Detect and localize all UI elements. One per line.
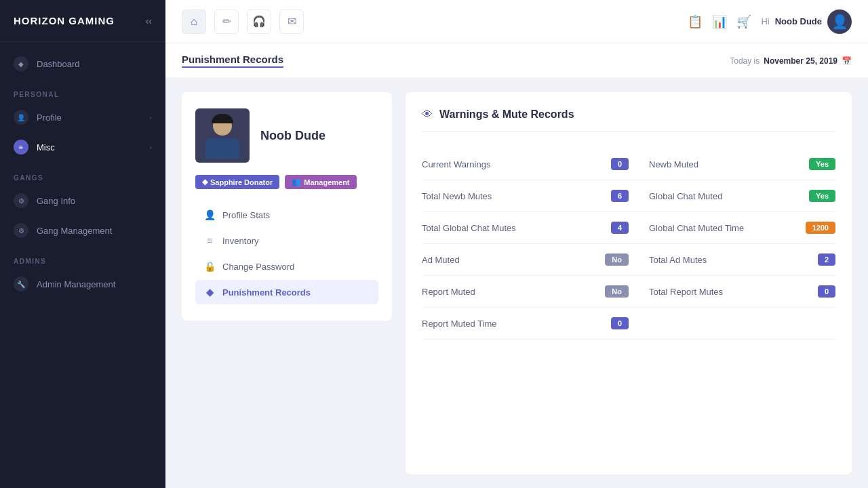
sidebar-logo-text: HORIZON GAMING [14,15,115,26]
menu-item-punishment-records[interactable]: ◆ Punishment Records [195,280,378,304]
record-badge-right-0: Yes [809,158,835,170]
sidebar-item-gang-management-label: Gang Management [37,226,112,236]
inventory-icon: ≡ [203,235,216,246]
record-badge-left-5: 0 [611,317,629,329]
record-cell-right-5 [629,308,835,340]
record-badge-left-1: 6 [611,190,629,202]
calendar-icon: 📅 [842,56,852,66]
sidebar: HORIZON GAMING ‹‹ ◆ Dashboard PERSONAL 👤… [0,0,165,488]
record-label-right-4: Total Report Mutes [649,287,723,297]
sidebar-item-dashboard-label: Dashboard [37,59,80,69]
sapphire-donator-badge[interactable]: ◆ Sapphire Donator [195,175,279,189]
home-nav-button[interactable]: ⌂ [182,9,206,34]
record-label-left-0: Current Warnings [422,159,490,169]
sidebar-item-gang-info-label: Gang Info [37,196,75,206]
record-label-left-4: Report Muted [422,287,475,297]
record-label-left-1: Total Newb Mutes [422,191,492,201]
menu-item-inventory[interactable]: ≡ Inventory [195,228,378,253]
management-icon: 👥 [292,178,301,186]
profile-badges: ◆ Sapphire Donator 👥 Management [195,175,378,189]
admin-mgmt-icon: 🔧 [14,277,28,291]
topnav-icons: ⌂ ✏ 🎧 ✉ [182,9,688,34]
sidebar-item-admin-management[interactable]: 🔧 Admin Management [0,269,165,299]
content-area: Noob Dude ◆ Sapphire Donator 👥 Managemen… [165,79,868,488]
collapse-icon[interactable]: ‹‹ [146,16,152,26]
record-label-right-3: Total Ad Mutes [649,255,707,265]
profile-card-top: Noob Dude [195,108,378,163]
gang-info-icon: ⚙ [14,193,28,208]
page-header: Punishment Records Today is November 25,… [165,43,868,79]
clipboard-icon[interactable]: 📋 [688,14,703,29]
misc-chevron-icon: › [149,143,152,151]
profile-name: Noob Dude [260,129,326,143]
records-panel: 👁 Warnings & Mute Records Current Warnin… [406,92,852,474]
topnav: ⌂ ✏ 🎧 ✉ 📋 📊 🛒 Hi Noob Dude 👤 [165,0,868,43]
punishment-records-label: Punishment Records [222,287,311,298]
mail-nav-button[interactable]: ✉ [279,9,304,34]
record-badge-left-2: 4 [611,222,629,234]
record-label-right-2: Global Chat Muted Time [649,223,744,233]
sidebar-item-misc[interactable]: ≡ Misc › [0,132,165,162]
cart-icon[interactable]: 🛒 [736,14,751,29]
eye-icon: 👁 [422,108,433,121]
sidebar-item-profile[interactable]: 👤 Profile › [0,102,165,132]
record-label-left-2: Total Global Chat Mutes [422,223,516,233]
menu-item-change-password[interactable]: 🔒 Change Password [195,254,378,279]
record-badge-right-1: Yes [809,190,835,202]
diamond-icon: ◆ [14,56,28,71]
user-circle-icon: 👤 [14,110,28,125]
record-label-right-0: Newb Muted [649,159,698,169]
gang-mgmt-icon: ⚙ [14,223,28,238]
record-cell-right-2: Global Chat Muted Time 1200 [629,212,835,244]
headset-nav-button[interactable]: 🎧 [247,9,271,34]
topnav-hi-text: Hi [761,16,769,26]
profile-menu: 👤 Profile Stats ≡ Inventory 🔒 Change Pas… [195,203,378,304]
gangs-section-label: GANGS [0,162,165,186]
personal-section-label: PERSONAL [0,79,165,102]
topnav-user[interactable]: Hi Noob Dude 👤 [761,9,852,34]
main-content: ⌂ ✏ 🎧 ✉ 📋 📊 🛒 Hi Noob Dude 👤 Punishment … [165,0,868,488]
chart-icon[interactable]: 📊 [712,14,727,29]
admins-section-label: ADMINS [0,245,165,269]
record-cell-right-4: Total Report Mutes 0 [629,276,835,308]
record-badge-left-0: 0 [611,158,629,170]
menu-item-profile-stats[interactable]: 👤 Profile Stats [195,203,378,227]
date-label: Today is [730,56,760,66]
topnav-right: 📋 📊 🛒 Hi Noob Dude 👤 [688,9,852,34]
record-label-left-3: Ad Muted [422,255,460,265]
sidebar-item-gang-info[interactable]: ⚙ Gang Info [0,186,165,216]
sidebar-logo-area: HORIZON GAMING ‹‹ [0,0,165,42]
sidebar-item-profile-label: Profile [37,113,62,123]
records-title: Warnings & Mute Records [439,108,574,121]
profile-avatar [195,108,250,163]
profile-stats-label: Profile Stats [222,210,270,220]
record-cell-right-3: Total Ad Mutes 2 [629,244,835,276]
page-date: Today is November 25, 2019 📅 [730,56,852,66]
record-cell-left-4: Report Muted No [422,276,629,308]
management-label: Management [304,178,349,186]
misc-icon: ≡ [14,140,28,155]
sidebar-item-dashboard[interactable]: ◆ Dashboard [0,49,165,79]
change-password-icon: 🔒 [203,261,216,272]
records-grid: Current Warnings 0 Newb Muted Yes Total … [422,148,835,340]
record-badge-right-2: 1200 [806,222,835,234]
sidebar-item-gang-management[interactable]: ⚙ Gang Management [0,216,165,245]
record-cell-left-2: Total Global Chat Mutes 4 [422,212,629,244]
profile-chevron-icon: › [149,113,152,121]
topnav-username: Noob Dude [775,16,822,26]
profile-stats-icon: 👤 [203,209,216,220]
record-cell-right-1: Global Chat Muted Yes [629,180,835,212]
record-badge-right-4: 0 [818,285,835,298]
record-label-right-1: Global Chat Muted [649,191,722,201]
records-header: 👁 Warnings & Mute Records [422,108,835,132]
sidebar-item-misc-label: Misc [37,142,55,152]
date-value: November 25, 2019 [764,56,837,66]
profile-card: Noob Dude ◆ Sapphire Donator 👥 Managemen… [182,92,392,321]
record-badge-right-3: 2 [818,253,835,266]
edit-nav-button[interactable]: ✏ [214,9,239,34]
topnav-avatar: 👤 [827,9,852,34]
sapphire-icon: ◆ [202,178,208,186]
change-password-label: Change Password [222,262,294,272]
punishment-records-icon: ◆ [203,287,216,298]
management-badge[interactable]: 👥 Management [285,175,356,189]
